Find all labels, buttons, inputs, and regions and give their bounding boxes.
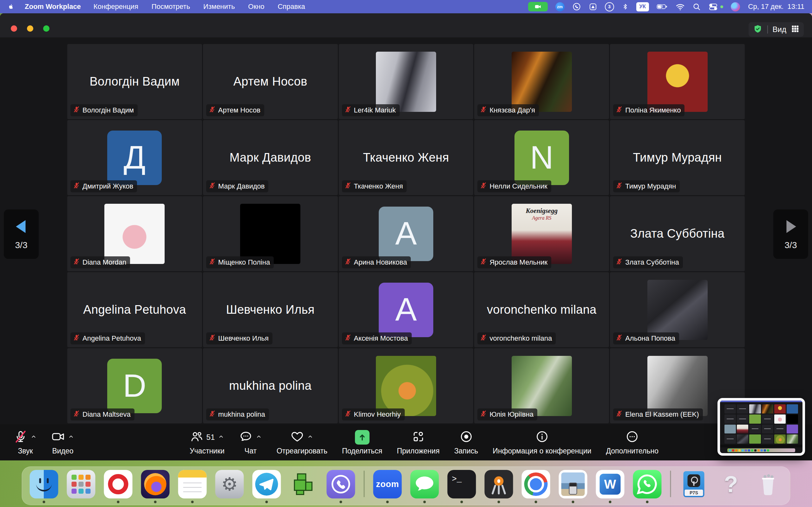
battery-charging-icon[interactable] bbox=[657, 2, 668, 11]
next-page-button[interactable]: 3/3 bbox=[773, 210, 808, 259]
dock-icon-settings[interactable]: ⚙ bbox=[215, 470, 244, 498]
toolbar-record-button[interactable]: Запись bbox=[454, 430, 478, 455]
dock-icon-help[interactable]: ? bbox=[717, 470, 745, 498]
toolbar-button-icon-row bbox=[239, 430, 262, 445]
toolbar-info-button[interactable]: Информация о конференции bbox=[493, 430, 591, 455]
participant-tile[interactable]: Артем НосовАртем Носов bbox=[203, 44, 338, 119]
toolbar-button-label: Отреагировать bbox=[276, 447, 327, 455]
participant-tile[interactable]: Diana Mordan bbox=[67, 196, 202, 271]
toolbar-participants-button[interactable]: 51Участники bbox=[190, 430, 224, 455]
dock-icon-preview[interactable] bbox=[559, 470, 588, 498]
chevron-up-icon[interactable] bbox=[218, 434, 224, 441]
screen-recording-pill-icon[interactable] bbox=[528, 2, 548, 11]
participant-tile[interactable]: Klimov Heorhiy bbox=[339, 348, 473, 424]
participant-tile[interactable]: AАрина Новикова bbox=[339, 196, 473, 271]
keyboard-layout-badge[interactable]: УК bbox=[636, 2, 649, 11]
toolbar-button-label: Участники bbox=[190, 447, 224, 455]
dock-icon-firefox[interactable] bbox=[141, 470, 170, 498]
dock-icon-launchpad[interactable] bbox=[67, 470, 96, 498]
dock-icon-opera[interactable] bbox=[104, 470, 133, 498]
menubar-app-name[interactable]: Zoom Workplace bbox=[25, 3, 81, 11]
mic-muted-icon bbox=[345, 106, 351, 115]
gallery-grid-icon[interactable] bbox=[791, 25, 799, 34]
participant-tile[interactable]: Юлія Юріївна bbox=[474, 348, 609, 424]
wifi-icon[interactable] bbox=[676, 2, 685, 11]
participant-tile[interactable]: Шевченко ИльяШевченко Илья bbox=[203, 272, 338, 347]
participant-tile[interactable]: NНелли Сидельник bbox=[474, 120, 609, 195]
participant-tile[interactable]: Марк ДавидовМарк Давидов bbox=[203, 120, 338, 195]
participant-tile[interactable]: Ткаченко ЖеняТкаченко Женя bbox=[339, 120, 473, 195]
participant-tile[interactable]: Міщенко Поліна bbox=[203, 196, 338, 271]
chevron-up-icon[interactable] bbox=[68, 434, 74, 441]
fullscreen-window-button[interactable] bbox=[43, 25, 49, 32]
minimize-window-button[interactable] bbox=[27, 25, 33, 32]
toolbar-more-button[interactable]: Дополнительно bbox=[606, 430, 658, 455]
toolbar-button-label: Звук bbox=[18, 447, 33, 455]
close-window-button[interactable] bbox=[11, 25, 17, 32]
dock-icon-whatsapp[interactable] bbox=[633, 470, 662, 498]
participant-name-text: Klimov Heorhiy bbox=[354, 410, 401, 418]
participant-tile[interactable]: voronchenko milanavoronchenko milana bbox=[474, 272, 609, 347]
toolbar-heart-button[interactable]: Отреагировать bbox=[276, 430, 327, 455]
menubar-menu-1[interactable]: Конференция bbox=[94, 3, 138, 11]
wedge-app-icon[interactable] bbox=[589, 3, 597, 11]
dock-icon-zoom[interactable]: zoom bbox=[373, 470, 402, 498]
participant-tile[interactable]: Злата СубботінаЗлата Субботіна bbox=[610, 196, 745, 271]
menubar-menu-4[interactable]: Окно bbox=[248, 3, 264, 11]
participant-name-text: Альона Попова bbox=[625, 334, 675, 343]
menubar-menu-2[interactable]: Посмотреть bbox=[152, 3, 190, 11]
photo-text: Koenigsegg bbox=[512, 207, 572, 215]
control-center-icon[interactable] bbox=[709, 2, 723, 11]
participant-tile[interactable]: DDiana Maltseva bbox=[67, 348, 202, 424]
dock-icon-terminal[interactable]: >_ bbox=[448, 470, 476, 498]
menubar-clock[interactable]: Ср, 17 дек. 13:11 bbox=[748, 3, 804, 11]
bluetooth-icon[interactable] bbox=[622, 2, 629, 11]
toolbar-apps-button[interactable]: Приложения bbox=[397, 430, 440, 455]
menubar-menu-5[interactable]: Справка bbox=[277, 3, 305, 11]
participant-tile[interactable]: Тимур МурадянТимур Мурадян bbox=[610, 120, 745, 195]
dock-icon-viber[interactable] bbox=[327, 470, 355, 498]
previous-page-button[interactable]: 3/3 bbox=[4, 210, 39, 259]
toolbar-mic-off-button[interactable]: Звук bbox=[14, 430, 37, 455]
dock-icon-notes[interactable] bbox=[178, 470, 207, 498]
dock-icon-pixel-pet[interactable] bbox=[290, 470, 318, 498]
participant-tile[interactable]: KoenigseggAgera RSЯрослав Мельник bbox=[474, 196, 609, 271]
participant-tile[interactable]: mukhina polinamukhina polina bbox=[203, 348, 338, 424]
viber-menubar-icon[interactable] bbox=[572, 2, 581, 11]
dock-icon-trash[interactable] bbox=[754, 470, 782, 498]
dock-icon-telegram[interactable] bbox=[252, 470, 281, 498]
participant-tile[interactable]: Альона Попова bbox=[610, 272, 745, 347]
apple-menu-icon[interactable] bbox=[8, 3, 14, 10]
menubar-menu-3[interactable]: Изменить bbox=[203, 3, 235, 11]
participant-name-label: Артем Носов bbox=[206, 104, 264, 116]
participant-name-text: Diana Maltseva bbox=[83, 410, 131, 418]
view-button-label[interactable]: Вид bbox=[773, 25, 786, 34]
participant-tile[interactable]: Князєва Дар'я bbox=[474, 44, 609, 119]
screen-share-preview[interactable] bbox=[717, 398, 805, 456]
toolbar-chat-button[interactable]: Чат bbox=[239, 430, 262, 455]
chevron-up-icon[interactable] bbox=[256, 434, 262, 441]
participant-tile[interactable]: Вологдін ВадимВологдін Вадим bbox=[67, 44, 202, 119]
dock-icon-p7s-file[interactable]: P7S bbox=[680, 470, 708, 498]
participant-tile[interactable]: ДДмитрий Жуков bbox=[67, 120, 202, 195]
badge-3-icon[interactable]: 3 bbox=[605, 2, 614, 11]
dock-icon-keychain[interactable] bbox=[485, 470, 513, 498]
participant-name-text: Поліна Якименко bbox=[625, 106, 681, 114]
participant-tile[interactable]: AАксенія Мостова bbox=[339, 272, 473, 347]
participant-display-name: Марк Давидов bbox=[230, 151, 311, 164]
siri-icon[interactable] bbox=[731, 2, 740, 11]
toolbar-camera-button[interactable]: Видео bbox=[51, 430, 74, 455]
dock-icon-messages[interactable] bbox=[410, 470, 439, 498]
zoom-menubar-icon[interactable]: zm bbox=[555, 2, 565, 11]
participant-tile[interactable]: Ler4ik Mariuk bbox=[339, 44, 473, 119]
chevron-up-icon[interactable] bbox=[31, 434, 37, 441]
spotlight-search-icon[interactable] bbox=[693, 3, 701, 11]
dock-icon-word[interactable]: W bbox=[596, 470, 624, 498]
dock-icon-finder[interactable] bbox=[30, 470, 58, 498]
participant-tile[interactable]: Поліна Якименко bbox=[610, 44, 745, 119]
security-shield-icon[interactable] bbox=[753, 24, 763, 35]
chevron-up-icon[interactable] bbox=[307, 434, 313, 441]
participant-tile[interactable]: Angelina PetuhovaAngelina Petuhova bbox=[67, 272, 202, 347]
toolbar-share-button[interactable]: Поделиться bbox=[342, 430, 382, 455]
dock-icon-chrome[interactable] bbox=[522, 470, 550, 498]
